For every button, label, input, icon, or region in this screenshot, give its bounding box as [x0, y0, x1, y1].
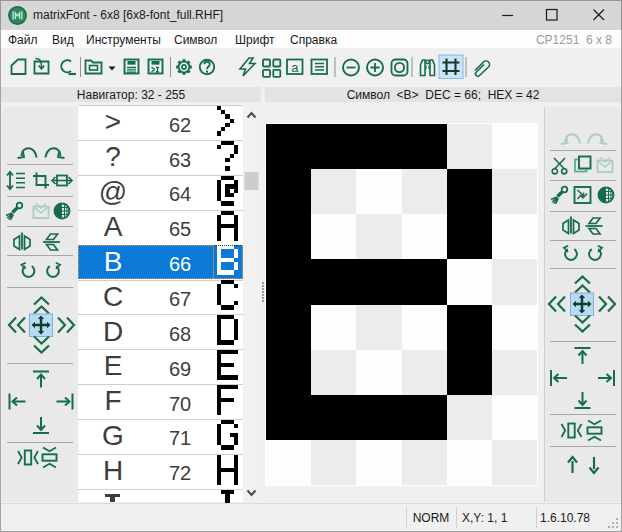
- svg-text:a: a: [291, 60, 299, 75]
